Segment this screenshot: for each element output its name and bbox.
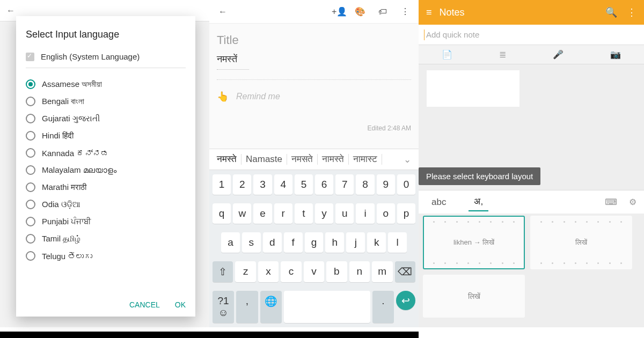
radio-icon[interactable] [26,131,35,141]
language-option[interactable]: Assamese অসমীয়া [26,76,186,93]
search-icon[interactable]: 🔍 [605,6,617,18]
layout-option-translit[interactable]: likhen → लिखें [423,216,525,269]
key-m[interactable]: m [372,261,392,282]
list-note-icon[interactable]: ≣ [499,49,506,60]
key-y[interactable]: y [315,203,333,224]
key-u[interactable]: u [335,203,354,224]
radio-icon[interactable] [26,182,35,192]
key-5[interactable]: 5 [295,174,313,195]
language-option[interactable]: Odia ଓଡ଼ିଆ [26,196,186,213]
key-k[interactable]: k [367,232,386,253]
key-g[interactable]: g [305,232,324,253]
key-6[interactable]: 6 [315,174,333,195]
ok-button[interactable]: OK [175,300,186,309]
radio-icon[interactable] [26,165,35,175]
key-7[interactable]: 7 [335,174,354,195]
key-h[interactable]: h [325,232,344,253]
add-collaborator-icon[interactable]: +👤 [332,6,343,17]
language-option[interactable]: Bengali বাংলা [26,93,186,110]
key-8[interactable]: 8 [356,174,374,195]
space-key[interactable] [284,291,370,323]
overflow-icon[interactable]: ⋮ [399,6,411,17]
language-option[interactable]: Hindi हिंदी [26,127,186,144]
key-4[interactable]: 4 [274,174,292,195]
key-3[interactable]: 3 [253,174,272,195]
key-p[interactable]: p [397,203,415,224]
key-e[interactable]: e [253,203,272,224]
quick-note-input[interactable]: Add quick note [419,25,644,45]
radio-icon[interactable] [26,114,35,123]
key-o[interactable]: o [377,203,395,224]
key-b[interactable]: b [326,261,347,282]
back-icon[interactable]: ← [5,5,16,16]
note-card[interactable] [426,70,520,107]
period-key[interactable]: . [372,291,394,323]
key-q[interactable]: q [213,203,231,224]
suggestion[interactable]: Namaste [241,154,287,165]
radio-icon[interactable] [26,200,35,209]
tab-abc[interactable]: abc [426,194,451,211]
key-t[interactable]: t [295,203,313,224]
key-v[interactable]: v [304,261,324,282]
note-body-field[interactable]: नमस्तें [217,54,249,70]
enter-key[interactable]: ↩ [396,291,415,310]
key-z[interactable]: z [235,261,255,282]
back-icon[interactable]: ← [217,7,229,17]
language-option[interactable]: Gujarati ગુજરાતી [26,110,186,127]
settings-icon[interactable]: ⚙ [629,197,636,207]
radio-icon[interactable] [26,97,35,106]
menu-icon[interactable]: ≡ [426,7,432,18]
language-option[interactable]: Punjabi ਪੰਜਾਬੀ [26,213,186,230]
key-d[interactable]: d [263,232,282,253]
backspace-key[interactable]: ⌫ [395,261,415,282]
key-i[interactable]: i [356,203,374,224]
language-option[interactable]: Tamil தமிழ் [26,230,186,247]
label-icon[interactable]: 🏷 [377,7,389,17]
tab-native[interactable]: अ, [469,193,488,211]
globe-key[interactable]: 🌐 [260,291,282,323]
system-language-row[interactable]: English (System Language) [26,50,186,68]
key-c[interactable]: c [281,261,301,282]
text-note-icon[interactable]: 📄 [442,49,452,60]
language-option[interactable]: Telugu తెలుగు [26,247,186,264]
suggestion[interactable]: नमसते [287,154,318,165]
layout-option-native[interactable]: लिखें [530,216,632,269]
key-2[interactable]: 2 [233,174,251,195]
shift-key[interactable]: ⇧ [213,261,233,282]
comma-key[interactable]: , [236,291,258,323]
radio-icon[interactable] [26,234,35,244]
layout-option-handwriting[interactable]: लिखें [423,275,525,318]
language-option[interactable]: Kannada ಕನ್ನಡ [26,144,186,161]
title-field[interactable]: Title [217,33,411,47]
overflow-icon[interactable]: ⋮ [627,6,636,18]
suggestion[interactable]: नमस्ते [213,154,241,165]
key-x[interactable]: x [258,261,279,282]
cancel-button[interactable]: CANCEL [129,300,160,309]
language-option[interactable]: Malayalam മലയാളം [26,161,186,179]
radio-icon[interactable] [26,251,35,261]
key-s[interactable]: s [242,232,261,253]
key-1[interactable]: 1 [213,174,231,195]
key-j[interactable]: j [346,232,365,253]
checkbox-icon[interactable] [26,53,34,61]
symbols-key[interactable]: ?1☺ [213,291,234,323]
voice-note-icon[interactable]: 🎤 [553,49,564,60]
key-n[interactable]: n [349,261,370,282]
key-9[interactable]: 9 [377,174,395,195]
suggestion[interactable]: नामास्ट [349,154,382,165]
palette-icon[interactable]: 🎨 [354,6,366,17]
photo-note-icon[interactable]: 📷 [610,49,621,60]
key-w[interactable]: w [233,203,251,224]
key-f[interactable]: f [284,232,303,253]
radio-icon[interactable] [26,217,35,226]
radio-icon[interactable] [26,148,35,158]
radio-icon[interactable] [26,79,35,89]
expand-suggestions-icon[interactable]: ⌄ [399,154,415,165]
suggestion[interactable]: नामस्ते [318,154,349,165]
key-l[interactable]: l [388,232,407,253]
key-a[interactable]: a [221,232,240,253]
remind-me-row[interactable]: 👆 Remind me [217,91,411,102]
key-r[interactable]: r [274,203,292,224]
key-0[interactable]: 0 [397,174,415,195]
keyboard-icon[interactable]: ⌨ [605,197,617,207]
